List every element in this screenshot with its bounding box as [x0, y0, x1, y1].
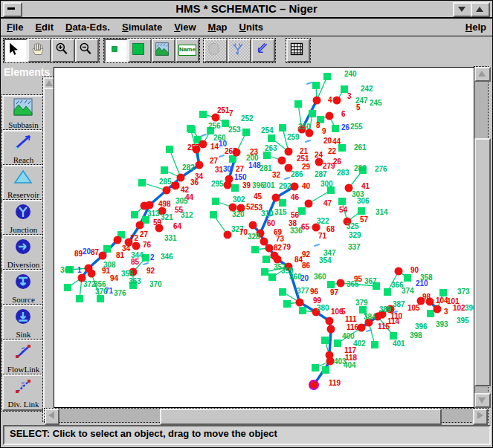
palette-item-reach[interactable]: Reach [2, 130, 45, 166]
junction-node[interactable] [146, 201, 154, 210]
subbasin-node[interactable] [279, 288, 286, 296]
subbasin-node[interactable] [384, 288, 391, 296]
subbasin-node[interactable] [309, 110, 316, 117]
subbasin-node[interactable] [268, 134, 275, 142]
subbasin-node[interactable] [279, 124, 286, 132]
subbasin-node[interactable] [327, 281, 335, 288]
junction-node[interactable] [212, 114, 220, 122]
flow-link-line[interactable] [144, 263, 148, 264]
menu-item-units[interactable]: Units [233, 19, 270, 36]
junction-node[interactable] [278, 157, 286, 165]
subbasin-node[interactable] [97, 295, 104, 302]
subbasin-node[interactable] [334, 340, 341, 347]
flow-link-line[interactable] [202, 134, 206, 136]
toolbar-button-river-network[interactable] [228, 39, 251, 62]
toolbar-button-map-background[interactable] [152, 39, 175, 62]
toolbar-button-pan-hand[interactable] [28, 39, 51, 62]
junction-node[interactable] [199, 140, 207, 149]
subbasin-node[interactable] [138, 179, 146, 186]
palette-item-divlink[interactable]: Div. Link [2, 374, 45, 411]
subbasin-node[interactable] [231, 184, 239, 192]
junction-node[interactable] [225, 175, 233, 184]
junction-node[interactable] [434, 305, 442, 314]
subbasin-node[interactable] [427, 310, 434, 317]
subbasin-node[interactable] [404, 274, 411, 282]
palette-item-flowlink[interactable]: FlowLink [2, 340, 45, 376]
subbasin-node[interactable] [166, 146, 173, 153]
toolbar-button-basin-boundary[interactable] [204, 39, 228, 62]
junction-node[interactable] [395, 267, 403, 276]
subbasin-node[interactable] [199, 111, 207, 118]
junction-node[interactable] [249, 221, 257, 230]
subbasin-node[interactable] [242, 129, 250, 136]
subbasin-node[interactable] [251, 246, 259, 253]
menu-item-view[interactable]: View [168, 19, 202, 36]
subbasin-node[interactable] [268, 273, 276, 281]
palette-item-sink[interactable]: Sink [2, 305, 45, 341]
subbasin-node[interactable] [76, 295, 83, 302]
junction-node[interactable] [291, 183, 299, 191]
junction-node[interactable] [260, 238, 268, 246]
junction-node[interactable] [315, 158, 323, 166]
canvas-hscroll-thumb[interactable] [160, 409, 442, 425]
subbasin-node[interactable] [332, 125, 339, 132]
canvas-scroll-left-button[interactable] [45, 409, 59, 425]
junction-node[interactable] [358, 324, 366, 332]
flow-link-line[interactable] [367, 330, 371, 331]
subbasin-node[interactable] [390, 332, 397, 340]
subbasin-node[interactable] [229, 155, 236, 163]
schematic-drawing[interactable]: 2402423247245564251725225625325426025025… [54, 68, 474, 407]
toolbar-button-large-elements[interactable] [128, 39, 152, 62]
junction-node[interactable] [326, 357, 335, 366]
subbasin-node[interactable] [261, 268, 268, 276]
subbasin-node[interactable] [283, 300, 291, 308]
subbasin-node[interactable] [298, 207, 306, 215]
schematic-canvas[interactable]: 2402423247245564251725225625325426025025… [54, 67, 474, 408]
subbasin-node[interactable] [321, 337, 329, 344]
subbasin-node[interactable] [312, 82, 320, 89]
junction-node[interactable] [285, 148, 293, 156]
canvas-scroll-down-button[interactable] [474, 393, 491, 408]
flow-link-line[interactable] [219, 155, 224, 157]
subbasin-node[interactable] [263, 152, 271, 159]
flow-link-line[interactable] [306, 140, 310, 142]
junction-node[interactable] [114, 236, 122, 244]
subbasin-node[interactable] [103, 245, 111, 253]
subbasin-node[interactable] [312, 364, 319, 371]
junction-node[interactable] [99, 252, 107, 260]
toolbar-button-name-labels[interactable]: Name [175, 39, 199, 62]
subbasin-node[interactable] [161, 166, 168, 174]
toolbar-button-select-arrow[interactable] [4, 39, 28, 62]
canvas-vscrollbar[interactable] [474, 67, 488, 408]
menu-item-file[interactable]: File [1, 19, 29, 36]
junction-node[interactable] [224, 231, 232, 239]
menu-item-map[interactable]: Map [202, 19, 233, 36]
window-lower-button[interactable] [453, 2, 472, 17]
subbasin-node[interactable] [64, 284, 71, 291]
subbasin-node[interactable] [439, 289, 447, 296]
subbasin-node[interactable] [262, 256, 270, 263]
junction-node[interactable] [177, 174, 185, 182]
palette-item-subbasin[interactable]: Subbasin [2, 95, 45, 132]
subbasin-node[interactable] [299, 307, 306, 314]
junction-node[interactable] [274, 256, 282, 264]
junction-node[interactable] [296, 299, 304, 307]
junction-node[interactable] [196, 161, 204, 169]
palette-item-junction[interactable]: Junction [2, 200, 45, 236]
canvas-scroll-right-button[interactable] [473, 409, 488, 425]
subbasin-node[interactable] [358, 207, 365, 215]
junction-node[interactable] [337, 279, 345, 288]
subbasin-node[interactable] [131, 211, 138, 218]
palette-item-diversion[interactable]: Diversion [2, 235, 45, 271]
junction-node[interactable] [132, 242, 141, 250]
selected-junction-node[interactable] [309, 380, 318, 389]
menu-item-help[interactable]: Help [460, 19, 492, 36]
subbasin-node[interactable] [294, 100, 302, 108]
window-raise-button[interactable] [471, 2, 490, 17]
palette-item-reservoir[interactable]: Reservoir [2, 165, 45, 201]
subbasin-node[interactable] [338, 198, 346, 205]
junction-node[interactable] [163, 186, 171, 195]
toolbar-button-flow-arrows[interactable] [251, 39, 275, 62]
flow-link-line[interactable] [285, 178, 289, 179]
subbasin-node[interactable] [371, 341, 378, 348]
